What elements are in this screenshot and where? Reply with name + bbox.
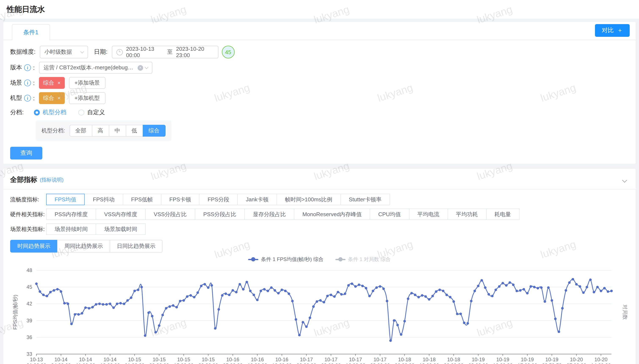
metric-button[interactable]: FPS低帧: [123, 194, 161, 205]
metric-button[interactable]: 显存分段占比: [244, 208, 294, 220]
metric-button[interactable]: FPS卡顿: [161, 194, 200, 205]
date-count-badge: 45: [222, 46, 235, 58]
metric-button[interactable]: 场景持续时间: [46, 223, 96, 235]
metric-button[interactable]: VSS分段占比: [145, 208, 195, 220]
svg-text:10-2007:00:00: 10-2007:00:00: [567, 356, 586, 364]
clear-icon[interactable]: ×: [138, 65, 143, 70]
metric-button[interactable]: Jank卡顿: [237, 194, 277, 205]
close-icon[interactable]: ×: [58, 80, 61, 86]
collapse-chevron-icon[interactable]: [623, 176, 626, 184]
legend-label-fps: 条件 1 FPS均值(帧/秒) 综合: [261, 256, 324, 263]
tab-condition-1[interactable]: 条件1: [12, 24, 50, 40]
metrics-title: 全部指标: [10, 175, 37, 184]
tier-group-label: 机型分档:: [42, 127, 65, 134]
add-device-button[interactable]: +添加机型: [69, 92, 105, 104]
legend-marker-matches: [335, 257, 346, 262]
svg-text:45: 45: [27, 284, 32, 290]
tier-button-中[interactable]: 中: [109, 125, 126, 137]
version-value: 运营 / CBT2ext版本.-merge(debug|dev|shipping…: [44, 64, 134, 72]
chevron-down-icon: [145, 65, 148, 69]
date-to-label: 至: [167, 48, 173, 56]
device-tag[interactable]: 综合 ×: [39, 92, 65, 104]
scene-tag[interactable]: 综合 ×: [39, 77, 65, 89]
legend-marker-fps: [248, 257, 258, 262]
legend-item-matches[interactable]: 条件 1 对局数 综合: [335, 256, 391, 263]
svg-text:10-1903:00:00: 10-1903:00:00: [468, 356, 488, 364]
scene-label-wrap: 场景 i :: [10, 79, 35, 87]
tier-button-综合[interactable]: 综合: [143, 125, 165, 137]
condition-form: 数据维度: 小时级数据 日期: 2023-10-13 00:00 至 2023-…: [4, 40, 635, 160]
close-icon[interactable]: ×: [58, 95, 61, 101]
view-tab[interactable]: 日同比趋势展示: [110, 240, 163, 252]
svg-text:10-1723:00:00: 10-1723:00:00: [370, 356, 390, 364]
metric-button[interactable]: 平均功耗: [447, 208, 486, 220]
device-row: 机型 i : 综合 × +添加机型: [10, 92, 629, 104]
metric-button[interactable]: 平均电流: [409, 208, 448, 220]
version-select[interactable]: 运营 / CBT2ext版本.-merge(debug|dev|shipping…: [39, 62, 152, 74]
metric-row-label: 场景相关指标:: [10, 225, 47, 233]
metric-button[interactable]: PSS分段占比: [195, 208, 245, 220]
query-button[interactable]: 查询: [10, 147, 42, 160]
svg-text:10-1923:59:59: 10-1923:59:59: [542, 356, 562, 364]
radio-tier-custom[interactable]: 自定义: [78, 109, 105, 116]
radio-off-icon: [78, 110, 84, 116]
metric-button[interactable]: FPS分段: [199, 194, 238, 205]
tier-button-全部[interactable]: 全部: [69, 125, 92, 137]
metric-row-label: 硬件相关指标:: [10, 210, 47, 218]
metric-button[interactable]: MonoReserved内存峰值: [294, 208, 370, 220]
metric-button[interactable]: PSS内存维度: [46, 208, 96, 220]
metric-button[interactable]: FPS均值: [46, 194, 85, 205]
svg-text:10-2014:00:00: 10-2014:00:00: [591, 356, 611, 364]
add-scene-button[interactable]: +添加场景: [69, 77, 105, 89]
tier-button-低[interactable]: 低: [126, 125, 143, 137]
device-colon: :: [33, 95, 35, 102]
legend-item-fps[interactable]: 条件 1 FPS均值(帧/秒) 综合: [248, 256, 324, 263]
svg-text:10-1418:00:00: 10-1418:00:00: [100, 356, 120, 364]
compare-button-label: 对比: [602, 27, 613, 34]
info-icon[interactable]: i: [24, 64, 31, 71]
date-label: 日期:: [94, 48, 108, 56]
dimension-label: 数据维度:: [10, 48, 36, 56]
date-end-value: 2023-10-20 23:00: [176, 46, 214, 58]
tier-row: 分档: 机型分档 自定义: [10, 107, 629, 118]
chevron-down-icon: [80, 50, 84, 53]
date-range-picker[interactable]: 2023-10-13 00:00 至 2023-10-20 23:00: [112, 46, 218, 58]
metrics-header: 全部指标 (指标说明): [10, 174, 629, 186]
condition-tabbar: 条件1 对比 ＋: [4, 22, 635, 40]
metrics-help-link[interactable]: (指标说明): [40, 176, 64, 183]
metric-button[interactable]: CPU均值: [370, 208, 409, 220]
page: 性能日流水 条件1 对比 ＋ 数据维度: 小时级数据 日期: 2023-10-: [0, 0, 639, 364]
info-icon[interactable]: i: [24, 95, 31, 102]
metric-button[interactable]: 场景加载时间: [96, 223, 146, 235]
trend-view-tabs: 时间趋势展示周同比趋势展示日同比趋势展示: [10, 240, 629, 252]
metric-button[interactable]: FPS抖动: [85, 194, 123, 205]
view-tab[interactable]: 时间趋势展示: [10, 240, 58, 252]
chart-legend: 条件 1 FPS均值(帧/秒) 综合 条件 1 对局数 综合: [10, 254, 629, 264]
tier-panel-row: 机型分档: 全部高中低综合: [10, 120, 629, 141]
dimension-select[interactable]: 小时级数据: [40, 46, 88, 58]
radio-tier-custom-label: 自定义: [87, 109, 105, 116]
info-icon[interactable]: i: [24, 80, 31, 86]
svg-text:10-1321:00:00: 10-1321:00:00: [27, 356, 46, 364]
view-tab[interactable]: 周同比趋势展示: [57, 240, 110, 252]
svg-text:10-1716:00:00: 10-1716:00:00: [346, 356, 365, 364]
metric-button[interactable]: 耗电量: [486, 208, 519, 220]
svg-text:48: 48: [27, 267, 32, 273]
device-tag-label: 综合: [43, 94, 54, 102]
metric-button[interactable]: Stutter卡顿率: [340, 194, 390, 205]
svg-text:10-1404:00:00: 10-1404:00:00: [51, 356, 71, 364]
fps-trend-chart[interactable]: 33363942454810-1321:00:0010-1404:00:0010…: [10, 264, 629, 364]
scene-row: 场景 i : 综合 × +添加场景: [10, 76, 629, 89]
radio-tier-model[interactable]: 机型分档: [34, 109, 67, 116]
tier-button-高[interactable]: 高: [92, 125, 109, 137]
conditions-panel: 条件1 对比 ＋ 数据维度: 小时级数据 日期: 2023-10-13 00:0…: [4, 22, 635, 164]
metric-button[interactable]: VSS内存维度: [96, 208, 146, 220]
svg-text:10-1501:00:00: 10-1501:00:00: [125, 356, 144, 364]
scene-tag-label: 综合: [43, 79, 54, 87]
metric-button[interactable]: 帧时间>100ms比例: [276, 194, 341, 205]
metric-row: 硬件相关指标:PSS内存维度VSS内存维度VSS分段占比PSS分段占比显存分段占…: [10, 208, 629, 220]
device-label-wrap: 机型 i :: [10, 94, 35, 102]
compare-button[interactable]: 对比 ＋: [595, 24, 630, 37]
legend-label-matches: 条件 1 对局数 综合: [348, 256, 391, 263]
tier-panel: 机型分档: 全部高中低综合: [36, 120, 171, 141]
